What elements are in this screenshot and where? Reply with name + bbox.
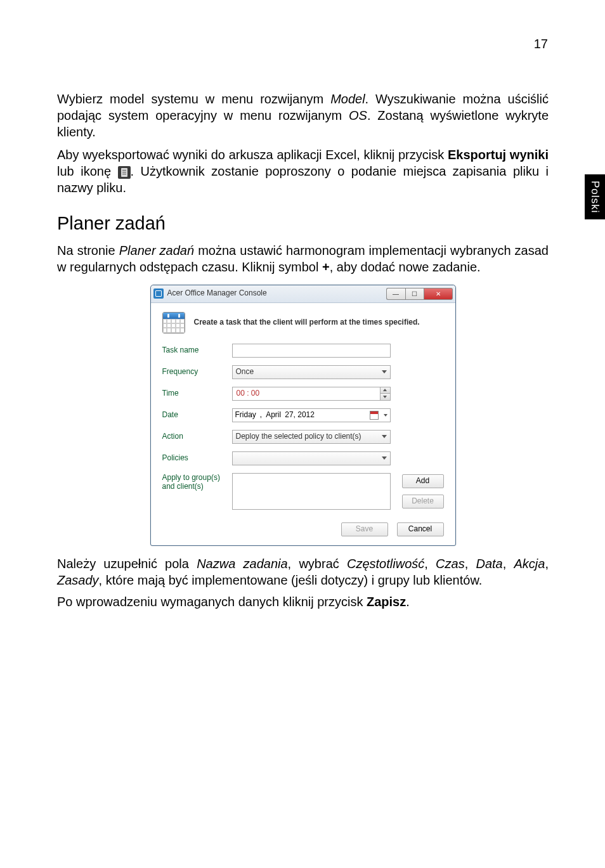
policies-select[interactable] bbox=[232, 451, 391, 465]
footer-buttons: Save Cancel bbox=[162, 522, 444, 536]
date-day: Friday bbox=[235, 410, 256, 420]
row-policies: Policies bbox=[162, 451, 444, 465]
minimize-button[interactable]: — bbox=[386, 288, 405, 300]
row-date: Date Friday , April 27, 2012 bbox=[162, 408, 444, 422]
italic-zasady: Zasady bbox=[57, 573, 99, 587]
chevron-down-icon bbox=[382, 370, 387, 373]
text: Po wprowadzeniu wymaganych danych klikni… bbox=[57, 595, 367, 609]
spinner-down[interactable] bbox=[381, 394, 390, 400]
window-body: Create a task that the client will perfo… bbox=[151, 303, 455, 545]
frequency-value: Once bbox=[236, 367, 254, 377]
paragraph-planer-intro: Na stronie Planer zadań można ustawić ha… bbox=[57, 242, 549, 275]
maximize-button[interactable]: ☐ bbox=[405, 288, 424, 300]
text: lub ikonę bbox=[57, 164, 118, 178]
action-select[interactable]: Deploy the selected policy to client(s) bbox=[232, 430, 391, 444]
text: Aby wyeksportować wyniki do arkusza apli… bbox=[57, 148, 448, 162]
text: , bbox=[503, 557, 514, 571]
paragraph-model-os: Wybierz model systemu w menu rozwijanym … bbox=[57, 91, 549, 140]
calendar-picker-icon[interactable] bbox=[370, 411, 379, 420]
spinner-up[interactable] bbox=[381, 387, 390, 394]
text: Wybierz model systemu w menu rozwijanym bbox=[57, 92, 330, 106]
window-title: Acer Office Manager Console bbox=[167, 288, 267, 299]
bold-zapisz: Zapisz bbox=[367, 595, 406, 609]
italic-czas: Czas bbox=[436, 557, 465, 571]
apply-buttons: Add Delete bbox=[402, 474, 444, 508]
paragraph-save: Po wprowadzeniu wymaganych danych klikni… bbox=[57, 593, 549, 610]
text: . Użytkownik zostanie poproszony o podan… bbox=[57, 164, 549, 195]
italic-nazwa: Nazwa zadania bbox=[197, 557, 287, 571]
time-input[interactable]: 00 : 00 bbox=[232, 387, 391, 401]
row-apply: Apply to group(s) and client(s) Add Dele… bbox=[162, 473, 444, 510]
language-side-tab: Polski bbox=[585, 174, 605, 219]
frequency-select[interactable]: Once bbox=[232, 365, 391, 379]
date-num: 27, 2012 bbox=[285, 410, 315, 420]
row-frequency: Frequency Once bbox=[162, 365, 444, 379]
row-task-name: Task name bbox=[162, 344, 444, 358]
titlebar: Acer Office Manager Console — ☐ ✕ bbox=[151, 285, 455, 303]
save-button[interactable]: Save bbox=[341, 522, 388, 536]
document-icon bbox=[118, 166, 131, 179]
calendar-icon bbox=[162, 312, 185, 334]
heading-planer-zadan: Planer zadań bbox=[57, 212, 549, 236]
date-month: April bbox=[266, 410, 281, 420]
close-button[interactable]: ✕ bbox=[424, 288, 453, 300]
window-header-text: Create a task that the client will perfo… bbox=[194, 318, 420, 328]
task-name-input[interactable] bbox=[232, 344, 391, 358]
text: . bbox=[406, 595, 410, 609]
italic-model: Model bbox=[330, 92, 365, 106]
bold-plus: + bbox=[322, 260, 330, 274]
paragraph-fields: Należy uzupełnić pola Nazwa zadania, wyb… bbox=[57, 555, 549, 588]
text: Należy uzupełnić pola bbox=[57, 557, 197, 571]
action-value: Deploy the selected policy to client(s) bbox=[236, 432, 361, 442]
chevron-down-icon bbox=[382, 435, 387, 438]
text: , które mają być implementowane (jeśli d… bbox=[99, 573, 483, 587]
delete-button[interactable]: Delete bbox=[402, 495, 444, 508]
label-action: Action bbox=[162, 432, 232, 442]
italic-planer: Planer zadań bbox=[119, 243, 194, 257]
text: Na stronie bbox=[57, 243, 119, 257]
time-value: 00 : 00 bbox=[237, 389, 260, 399]
italic-akcja: Akcja bbox=[514, 557, 545, 571]
bold-export: Eksportuj wyniki bbox=[448, 148, 549, 162]
label-apply: Apply to group(s) and client(s) bbox=[162, 473, 232, 491]
italic-os: OS bbox=[349, 108, 367, 122]
italic-czestotliwosc: Częstotliwość bbox=[347, 557, 424, 571]
page-number: 17 bbox=[534, 37, 548, 51]
dialog-window: Acer Office Manager Console — ☐ ✕ Create… bbox=[150, 285, 456, 546]
app-icon bbox=[153, 288, 164, 299]
italic-data: Data bbox=[476, 557, 502, 571]
add-button[interactable]: Add bbox=[402, 474, 444, 488]
label-frequency: Frequency bbox=[162, 367, 232, 377]
document-content: Wybierz model systemu w menu rozwijanym … bbox=[57, 91, 549, 615]
paragraph-export: Aby wyeksportować wyniki do arkusza apli… bbox=[57, 146, 549, 196]
time-spinner[interactable] bbox=[380, 387, 390, 400]
text: , bbox=[465, 557, 476, 571]
text: , bbox=[545, 557, 549, 571]
label-time: Time bbox=[162, 389, 232, 399]
row-time: Time 00 : 00 bbox=[162, 387, 444, 401]
chevron-down-icon bbox=[384, 414, 387, 417]
chevron-down-icon bbox=[382, 457, 387, 460]
text: , aby dodać nowe zadanie. bbox=[330, 260, 481, 274]
text: , wybrać bbox=[288, 557, 347, 571]
date-sep: , bbox=[260, 410, 262, 420]
label-task-name: Task name bbox=[162, 346, 232, 356]
label-policies: Policies bbox=[162, 453, 232, 463]
cancel-button[interactable]: Cancel bbox=[397, 522, 444, 536]
text: , bbox=[424, 557, 436, 571]
label-date: Date bbox=[162, 410, 232, 420]
window-controls: — ☐ ✕ bbox=[386, 288, 453, 300]
date-input[interactable]: Friday , April 27, 2012 bbox=[232, 408, 391, 422]
row-action: Action Deploy the selected policy to cli… bbox=[162, 430, 444, 444]
window-header: Create a task that the client will perfo… bbox=[162, 312, 444, 334]
apply-listbox[interactable] bbox=[232, 473, 391, 510]
